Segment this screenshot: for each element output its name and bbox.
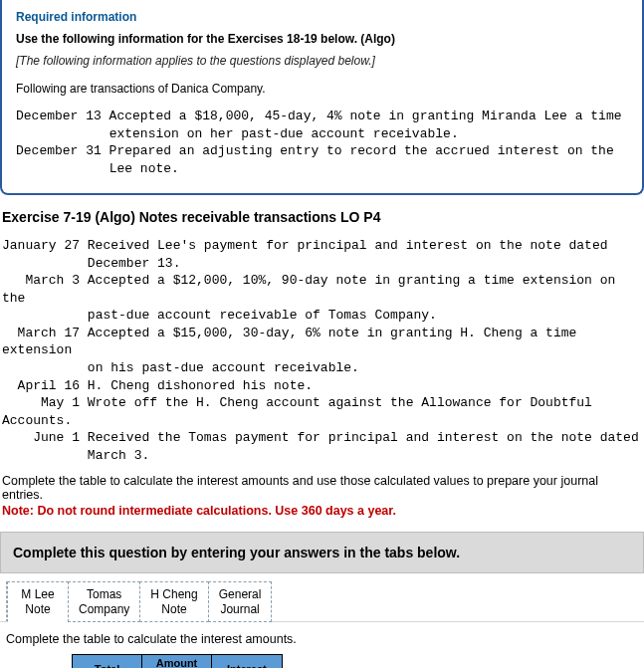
tab-content: Complete the table to calculate the inte… bbox=[0, 621, 644, 668]
tab-label-line1: Tomas bbox=[79, 587, 129, 601]
tab-label-line2: Journal bbox=[219, 602, 262, 616]
note-red: Note: Do not round intermediate calculat… bbox=[2, 504, 642, 518]
applies-line: [The following information applies to th… bbox=[16, 54, 628, 68]
tabs-row: M Lee Note Tomas Company H Cheng Note Ge… bbox=[6, 581, 644, 622]
complete-instruction: Complete the table to calculate the inte… bbox=[2, 474, 642, 502]
tab-tomas-company[interactable]: Tomas Company bbox=[68, 581, 140, 622]
col-header-accrued: Amount Accrued at December 31 bbox=[142, 655, 212, 668]
required-info-box: Required information Use the following i… bbox=[0, 0, 644, 195]
exercise-transactions: January 27 Received Lee's payment for pr… bbox=[2, 237, 640, 464]
interest-table: Total Through Maturity Amount Accrued at… bbox=[6, 654, 283, 668]
tab-instruction: Complete the table to calculate the inte… bbox=[6, 632, 644, 646]
tab-label-line1: General bbox=[219, 587, 262, 601]
use-info-line: Use the following information for the Ex… bbox=[16, 32, 628, 46]
tab-label-line2: Note bbox=[150, 602, 197, 616]
table-corner bbox=[7, 655, 73, 668]
col-header-recognized: Interest Recognized January 27 bbox=[212, 655, 283, 668]
following-line: Following are transactions of Danica Com… bbox=[16, 82, 628, 96]
tab-label-line1: H Cheng bbox=[150, 587, 197, 601]
tabs-banner: Complete this question by entering your … bbox=[0, 532, 644, 573]
tab-general-journal[interactable]: General Journal bbox=[208, 581, 273, 622]
exercise-title: Exercise 7-19 (Algo) Notes receivable tr… bbox=[2, 209, 634, 225]
tab-label-line2: Company bbox=[79, 602, 129, 616]
tab-label-line2: Note bbox=[18, 602, 58, 616]
tab-hcheng-note[interactable]: H Cheng Note bbox=[139, 581, 208, 622]
tab-label-line1: M Lee bbox=[18, 587, 58, 601]
transactions-block: December 13 Accepted a $18,000, 45-day, … bbox=[16, 108, 628, 177]
tab-mlee-note[interactable]: M Lee Note bbox=[7, 581, 69, 622]
required-info-heading: Required information bbox=[16, 10, 628, 24]
col-header-total: Total Through Maturity bbox=[73, 655, 142, 668]
